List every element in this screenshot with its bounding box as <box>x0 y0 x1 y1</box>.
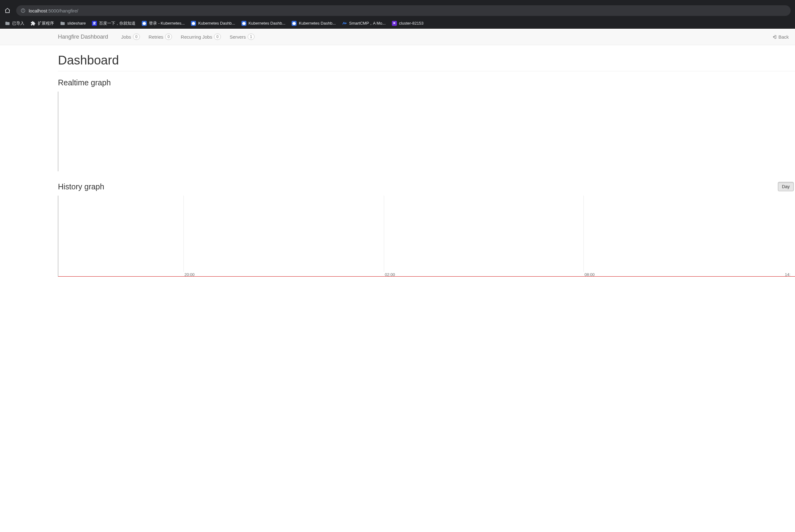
smartcmp-icon <box>342 21 347 26</box>
info-icon <box>21 8 25 13</box>
bookmark-label: Kubernetes Dashb... <box>299 21 336 25</box>
chart-gridline <box>184 196 184 272</box>
bookmark-label: slideshare <box>67 21 86 25</box>
svg-marker-4 <box>192 22 195 25</box>
bookmark-label: Kubernetes Dashb... <box>249 21 286 25</box>
k8s-icon <box>142 21 147 26</box>
nav-item-jobs[interactable]: Jobs0 <box>117 28 144 45</box>
brand-link[interactable]: Hangfire Dashboard <box>58 34 108 40</box>
k8s-icon <box>191 21 196 26</box>
nav-item-label: Servers <box>230 34 246 40</box>
nav-item-label: Retries <box>149 34 164 40</box>
bookmark-item[interactable]: 已导入 <box>2 19 27 27</box>
bookmark-item[interactable]: Kubernetes Dashb... <box>188 20 238 27</box>
cluster-icon: ✕ <box>392 21 397 26</box>
svg-marker-6 <box>292 22 296 25</box>
range-day-button[interactable]: Day <box>778 182 794 191</box>
page-body: Hangfire Dashboard Jobs0Retries0Recurrin… <box>0 28 795 532</box>
chart-gridline <box>584 196 584 272</box>
back-label: Back <box>778 34 789 40</box>
bookmark-item[interactable]: 度百度一下，你就知道 <box>89 19 138 27</box>
page-title: Dashboard <box>58 53 795 67</box>
history-title: History graph <box>58 182 105 191</box>
url-text: localhost:5000/hangfire/ <box>29 8 78 13</box>
bookmark-item[interactable]: Kubernetes Dashb... <box>289 20 338 27</box>
nav-item-count: 0 <box>214 34 221 40</box>
svg-marker-3 <box>143 22 146 25</box>
bookmark-label: 扩展程序 <box>38 21 54 26</box>
bookmark-item[interactable]: ✕cluster-82153 <box>390 20 426 27</box>
bookmark-label: 已导入 <box>12 21 24 26</box>
nav-item-servers[interactable]: Servers1 <box>225 28 259 45</box>
bookmark-item[interactable]: Kubernetes Dashb... <box>239 20 288 27</box>
bookmark-item[interactable]: 登录 - Kubernetes... <box>139 19 187 27</box>
imported-icon <box>5 21 10 26</box>
title-divider <box>58 71 795 71</box>
address-bar[interactable]: localhost:5000/hangfire/ <box>16 5 791 16</box>
baidu-icon: 度 <box>92 21 97 26</box>
home-icon[interactable] <box>4 7 11 14</box>
bookmark-item[interactable]: 扩展程序 <box>28 19 56 27</box>
browser-tabstrip <box>0 0 795 3</box>
bookmark-item[interactable]: slideshare <box>58 20 88 27</box>
puzzle-icon <box>31 21 36 26</box>
chart-xtick: 14: <box>785 272 791 277</box>
browser-toolbar: localhost:5000/hangfire/ <box>0 3 795 18</box>
bookmark-label: cluster-82153 <box>399 21 424 25</box>
bookmark-item[interactable]: SmartCMP，A Mo... <box>340 19 388 27</box>
bookmark-label: 百度一下，你就知道 <box>99 21 135 26</box>
chart-xtick: 20:00 <box>185 272 195 277</box>
bookmark-label: 登录 - Kubernetes... <box>149 21 185 26</box>
back-link[interactable]: Back <box>772 34 789 40</box>
nav-item-label: Recurring Jobs <box>181 34 212 40</box>
nav-item-label: Jobs <box>121 34 131 40</box>
bookmarks-bar: 已导入扩展程序slideshare度百度一下，你就知道登录 - Kubernet… <box>0 18 795 28</box>
bookmark-label: SmartCMP，A Mo... <box>349 21 386 26</box>
main-content: Dashboard Realtime graph History graph D… <box>0 45 795 277</box>
nav-item-count: 1 <box>248 34 254 40</box>
realtime-chart <box>58 92 795 171</box>
nav-item-count: 0 <box>133 34 140 40</box>
k8s-icon <box>291 21 297 26</box>
hangfire-navbar: Hangfire Dashboard Jobs0Retries0Recurrin… <box>0 28 795 45</box>
nav-item-recurring-jobs[interactable]: Recurring Jobs0 <box>176 28 225 45</box>
nav-item-count: 0 <box>165 34 172 40</box>
chart-xtick: 02:00 <box>385 272 395 277</box>
realtime-title: Realtime graph <box>58 78 795 87</box>
history-range-buttons: Day <box>778 182 794 191</box>
chart-xtick: 08:00 <box>584 272 595 277</box>
nav-item-retries[interactable]: Retries0 <box>144 28 177 45</box>
signout-icon <box>772 35 777 39</box>
history-chart: 20:0002:0008:0014: <box>58 196 795 277</box>
bookmark-label: Kubernetes Dashb... <box>198 21 235 25</box>
svg-marker-5 <box>242 22 245 25</box>
chart-gridline <box>384 196 384 272</box>
k8s-icon <box>242 21 246 26</box>
folder-icon <box>60 21 65 26</box>
